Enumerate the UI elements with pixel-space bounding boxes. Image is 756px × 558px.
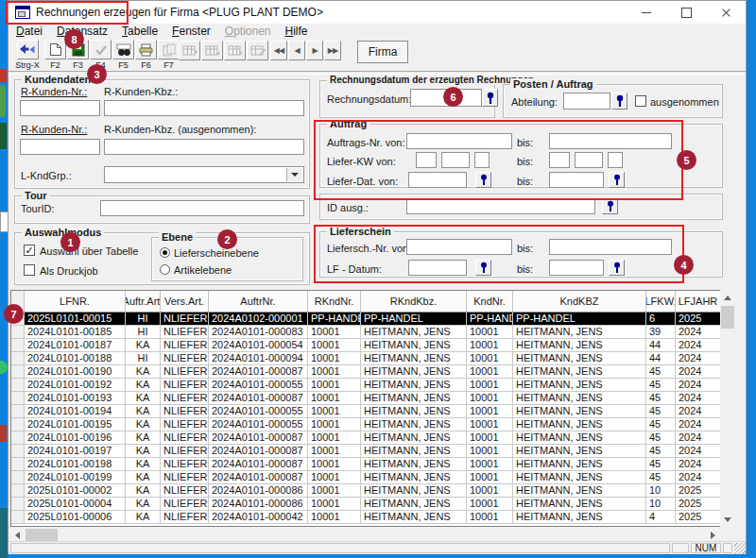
l-kndgrp-combobox[interactable] [104, 166, 304, 183]
table-row[interactable]: 2024L0101-00198KANLIEFERUN(2024A0101-000… [11, 458, 721, 471]
table-cell: NLIEFERUN( [161, 458, 209, 471]
artikelebene-radio[interactable] [160, 264, 170, 275]
row-selector[interactable] [11, 471, 25, 484]
annotation-circle-1: 1 [60, 232, 80, 252]
tourid-input[interactable] [100, 200, 304, 216]
nav-next-button[interactable]: ▶ [306, 41, 323, 60]
row-selector[interactable] [11, 352, 25, 365]
column-header[interactable]: KndNr. [467, 291, 513, 313]
row-selector[interactable] [11, 431, 25, 445]
column-header[interactable]: LFNR. [25, 291, 126, 313]
row-selector[interactable] [11, 405, 25, 418]
table-row[interactable]: 2024L0101-00190KANLIEFERUN(2024A0101-000… [11, 365, 721, 379]
chevron-right-icon [711, 532, 715, 539]
table-cell: 10001 [308, 498, 361, 511]
menu-hilfe[interactable]: Hilfe [285, 25, 308, 38]
r-kunden-nr2-input[interactable] [20, 139, 100, 155]
row-selector[interactable] [11, 445, 25, 458]
r-kunden-nr-label[interactable]: R-Kunden-Nr.: [21, 86, 87, 97]
table-cell: 2024 [676, 365, 721, 379]
horizontal-scroll-thumb[interactable] [26, 529, 58, 541]
rechnungsdatum-lookup-button[interactable] [482, 89, 498, 107]
combobox-drop-button[interactable] [286, 168, 302, 181]
r-kunden-nr2-label[interactable]: R-Kunden-Nr.: [21, 124, 87, 135]
table-row[interactable]: 2024L0101-00199KANLIEFERUN(2024A0101-000… [11, 471, 721, 484]
abteilung-lookup-button[interactable] [611, 93, 627, 110]
horizontal-scrollbar[interactable] [10, 528, 720, 542]
table-cell: 44 [646, 352, 676, 365]
print-button[interactable] [135, 40, 157, 59]
new-button[interactable] [44, 40, 66, 59]
nav-next-icon: ▶ [312, 46, 317, 55]
ausgenommen-checkbox[interactable] [635, 95, 646, 107]
row-selector[interactable] [11, 511, 25, 524]
scroll-down-button[interactable] [720, 512, 735, 527]
table-row[interactable]: 2024L0101-00196KANLIEFERUN(2024A0101-000… [11, 431, 721, 445]
row-selector[interactable] [11, 418, 25, 431]
abteilung-input[interactable] [563, 93, 610, 110]
column-header[interactable]: RKndNr. [308, 291, 361, 313]
r-kunden-kbz-ausgenommen-input[interactable] [104, 139, 304, 155]
table-cell: 10001 [308, 379, 361, 392]
scroll-up-button[interactable] [720, 290, 735, 305]
column-header[interactable]: Vers.Art. [161, 291, 209, 313]
nav-first-button[interactable]: ◀◀ [270, 41, 287, 60]
column-header[interactable]: Auftr.Art. [126, 291, 161, 313]
table-row[interactable]: 2025L0101-00015HINLIEFERUN(2024A0102-000… [11, 313, 721, 326]
firma-button[interactable]: Firma [357, 41, 408, 63]
table-row[interactable]: 2025L0101-00006KANLIEFERUN(2024A0101-000… [11, 511, 721, 524]
als-druckjob-label[interactable]: Als Druckjob [40, 265, 98, 277]
scroll-right-button[interactable] [706, 528, 720, 542]
ausgenommen-label[interactable]: ausgenommen [650, 96, 719, 108]
row-selector[interactable] [11, 365, 25, 379]
lieferscheinebene-label[interactable]: Lieferscheinebene [174, 247, 259, 259]
r-kunden-kbz-input[interactable] [104, 100, 304, 116]
search-button[interactable] [112, 40, 134, 59]
column-header[interactable]: AuftrNr. [209, 291, 308, 313]
table-row[interactable]: 2024L0101-00193KANLIEFERUN(2024A0101-000… [11, 392, 721, 405]
table-row[interactable]: 2024L0101-00192KANLIEFERUN(2024A0101-000… [11, 379, 721, 392]
column-header[interactable]: RKndKbz. [361, 291, 467, 313]
minimize-button[interactable] [627, 1, 666, 24]
vertical-scroll-thumb[interactable] [721, 306, 734, 329]
menu-fenster[interactable]: Fenster [172, 25, 211, 38]
table-row[interactable]: 2024L0101-00197KANLIEFERUN(2024A0101-000… [11, 445, 721, 458]
column-header[interactable]: KndKBZ [513, 291, 646, 313]
lieferscheinebene-radio[interactable] [160, 247, 170, 258]
column-header[interactable]: LFJAHR [676, 291, 721, 313]
auswahl-ueber-tabelle-checkbox[interactable] [24, 245, 35, 256]
lookup-icon [606, 200, 615, 212]
row-selector[interactable] [11, 379, 25, 392]
id-ausg-lookup-button[interactable] [602, 198, 618, 214]
row-selector[interactable] [11, 484, 25, 498]
id-ausg-input[interactable] [406, 198, 595, 214]
table-row[interactable]: 2024L0101-00194KANLIEFERUN(2024A0101-000… [11, 405, 721, 418]
menu-datei[interactable]: Datei [16, 25, 43, 38]
auswahl-ueber-tabelle-label[interactable]: Auswahl über Tabelle [40, 245, 138, 257]
r-kunden-nr-input[interactable] [20, 100, 100, 116]
vertical-scrollbar[interactable] [720, 290, 735, 527]
menu-tabelle[interactable]: Tabelle [122, 25, 158, 38]
artikelebene-label[interactable]: Artikelebene [174, 264, 232, 276]
row-selector[interactable] [11, 339, 25, 352]
row-selector[interactable] [11, 498, 25, 511]
maximize-button[interactable] [666, 1, 706, 24]
resize-grip[interactable] [734, 543, 746, 554]
nav-last-button[interactable]: ▶▶ [324, 41, 341, 60]
close-button[interactable] [706, 1, 746, 24]
table-row[interactable]: 2025L0101-00004KANLIEFERUN(2024A0101-000… [11, 498, 721, 511]
table-row[interactable]: 2025L0101-00002KANLIEFERUN(2024A0101-000… [11, 484, 721, 498]
table-row[interactable]: 2024L0101-00185HINLIEFERUN(2024A0101-000… [11, 326, 721, 339]
column-header[interactable]: LFKW. [646, 291, 676, 313]
row-selector[interactable] [11, 326, 25, 339]
als-druckjob-checkbox[interactable] [24, 264, 35, 276]
row-selector[interactable] [11, 458, 25, 471]
table-row[interactable]: 2024L0101-00195KANLIEFERUN(2024A0101-000… [11, 418, 721, 431]
scroll-left-button[interactable] [10, 528, 25, 542]
row-selector[interactable] [11, 392, 25, 405]
exit-button[interactable] [17, 40, 39, 59]
table-cell: 45 [646, 418, 676, 431]
nav-prev-button[interactable]: ◀ [288, 41, 305, 60]
table-row[interactable]: 2024L0101-00188HINLIEFERUN(2024A0101-000… [11, 352, 721, 365]
table-row[interactable]: 2024L0101-00187KANLIEFERUN(2024A0101-000… [11, 339, 721, 352]
